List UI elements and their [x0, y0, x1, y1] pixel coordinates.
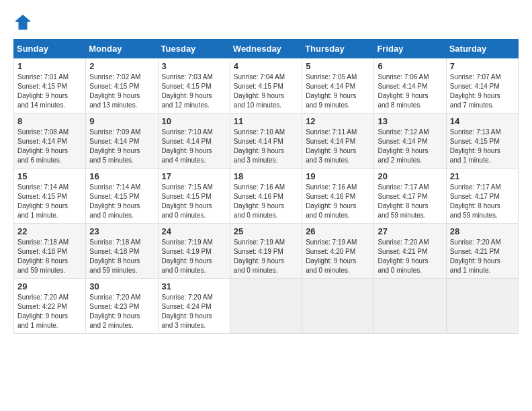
day-number: 10 [162, 116, 226, 126]
calendar-cell-20: 20Sunrise: 7:17 AM Sunset: 4:17 PM Dayli… [374, 169, 446, 224]
day-number: 4 [234, 61, 298, 71]
calendar-cell-23: 23Sunrise: 7:18 AM Sunset: 4:18 PM Dayli… [86, 224, 158, 279]
day-info: Sunrise: 7:01 AM Sunset: 4:15 PM Dayligh… [17, 73, 82, 110]
day-number: 11 [234, 116, 298, 126]
day-number: 22 [17, 226, 82, 236]
day-info: Sunrise: 7:10 AM Sunset: 4:14 PM Dayligh… [162, 128, 226, 165]
calendar-cell-15: 15Sunrise: 7:14 AM Sunset: 4:15 PM Dayli… [14, 169, 86, 224]
day-info: Sunrise: 7:06 AM Sunset: 4:14 PM Dayligh… [378, 73, 442, 110]
day-number: 15 [17, 171, 82, 181]
day-info: Sunrise: 7:12 AM Sunset: 4:14 PM Dayligh… [378, 128, 442, 165]
day-number: 23 [89, 226, 154, 236]
day-number: 19 [306, 171, 370, 181]
day-info: Sunrise: 7:02 AM Sunset: 4:15 PM Dayligh… [89, 73, 154, 110]
day-number: 17 [162, 171, 226, 181]
day-info: Sunrise: 7:08 AM Sunset: 4:14 PM Dayligh… [17, 128, 82, 165]
day-number: 20 [378, 171, 442, 181]
day-number: 16 [89, 171, 154, 181]
day-number: 29 [17, 281, 82, 291]
day-info: Sunrise: 7:14 AM Sunset: 4:15 PM Dayligh… [89, 183, 154, 220]
day-info: Sunrise: 7:20 AM Sunset: 4:21 PM Dayligh… [450, 238, 515, 275]
day-number: 6 [378, 61, 442, 71]
calendar-cell-22: 22Sunrise: 7:18 AM Sunset: 4:18 PM Dayli… [14, 224, 86, 279]
logo [13, 13, 35, 32]
day-info: Sunrise: 7:18 AM Sunset: 4:18 PM Dayligh… [89, 238, 154, 275]
day-info: Sunrise: 7:03 AM Sunset: 4:15 PM Dayligh… [162, 73, 226, 110]
day-info: Sunrise: 7:16 AM Sunset: 4:16 PM Dayligh… [234, 183, 298, 220]
calendar-cell-31: 31Sunrise: 7:20 AM Sunset: 4:24 PM Dayli… [158, 279, 230, 334]
column-header-saturday: Saturday [446, 40, 518, 58]
day-info: Sunrise: 7:20 AM Sunset: 4:24 PM Dayligh… [162, 293, 226, 330]
day-info: Sunrise: 7:17 AM Sunset: 4:17 PM Dayligh… [378, 183, 442, 220]
day-number: 2 [89, 61, 154, 71]
day-number: 8 [17, 116, 82, 126]
calendar-table: SundayMondayTuesdayWednesdayThursdayFrid… [13, 39, 519, 334]
day-info: Sunrise: 7:19 AM Sunset: 4:20 PM Dayligh… [306, 238, 370, 275]
calendar-cell-12: 12Sunrise: 7:11 AM Sunset: 4:14 PM Dayli… [302, 113, 374, 169]
day-info: Sunrise: 7:09 AM Sunset: 4:14 PM Dayligh… [89, 128, 154, 165]
calendar-cell-27: 27Sunrise: 7:20 AM Sunset: 4:21 PM Dayli… [374, 224, 446, 279]
column-header-friday: Friday [374, 40, 446, 58]
calendar-cell-30: 30Sunrise: 7:20 AM Sunset: 4:23 PM Dayli… [86, 279, 158, 334]
calendar-cell-24: 24Sunrise: 7:19 AM Sunset: 4:19 PM Dayli… [158, 224, 230, 279]
day-info: Sunrise: 7:04 AM Sunset: 4:15 PM Dayligh… [234, 73, 298, 110]
column-header-tuesday: Tuesday [158, 40, 230, 58]
calendar-cell-28: 28Sunrise: 7:20 AM Sunset: 4:21 PM Dayli… [446, 224, 518, 279]
calendar-cell-empty [302, 279, 374, 334]
day-info: Sunrise: 7:11 AM Sunset: 4:14 PM Dayligh… [306, 128, 370, 165]
day-info: Sunrise: 7:20 AM Sunset: 4:23 PM Dayligh… [89, 293, 154, 330]
day-number: 30 [89, 281, 154, 291]
day-number: 14 [450, 116, 515, 126]
calendar-cell-7: 7Sunrise: 7:07 AM Sunset: 4:14 PM Daylig… [446, 58, 518, 113]
day-number: 28 [450, 226, 515, 236]
calendar-week-4: 22Sunrise: 7:18 AM Sunset: 4:18 PM Dayli… [14, 224, 519, 279]
calendar-cell-18: 18Sunrise: 7:16 AM Sunset: 4:16 PM Dayli… [230, 169, 302, 224]
day-info: Sunrise: 7:19 AM Sunset: 4:19 PM Dayligh… [234, 238, 298, 275]
day-info: Sunrise: 7:15 AM Sunset: 4:15 PM Dayligh… [162, 183, 226, 220]
day-number: 9 [89, 116, 154, 126]
column-header-monday: Monday [86, 40, 158, 58]
calendar-header-row: SundayMondayTuesdayWednesdayThursdayFrid… [14, 40, 519, 58]
day-number: 24 [162, 226, 226, 236]
calendar-cell-empty [230, 279, 302, 334]
calendar-cell-13: 13Sunrise: 7:12 AM Sunset: 4:14 PM Dayli… [374, 113, 446, 169]
day-info: Sunrise: 7:05 AM Sunset: 4:14 PM Dayligh… [306, 73, 370, 110]
calendar-cell-4: 4Sunrise: 7:04 AM Sunset: 4:15 PM Daylig… [230, 58, 302, 113]
calendar-cell-9: 9Sunrise: 7:09 AM Sunset: 4:14 PM Daylig… [86, 113, 158, 169]
day-number: 18 [234, 171, 298, 181]
calendar-week-1: 1Sunrise: 7:01 AM Sunset: 4:15 PM Daylig… [14, 58, 519, 113]
day-number: 12 [306, 116, 370, 126]
calendar-cell-14: 14Sunrise: 7:13 AM Sunset: 4:15 PM Dayli… [446, 113, 518, 169]
calendar-cell-empty [374, 279, 446, 334]
calendar-week-2: 8Sunrise: 7:08 AM Sunset: 4:14 PM Daylig… [14, 113, 519, 169]
day-info: Sunrise: 7:14 AM Sunset: 4:15 PM Dayligh… [17, 183, 82, 220]
column-header-thursday: Thursday [302, 40, 374, 58]
calendar-cell-17: 17Sunrise: 7:15 AM Sunset: 4:15 PM Dayli… [158, 169, 230, 224]
day-number: 7 [450, 61, 515, 71]
day-info: Sunrise: 7:10 AM Sunset: 4:14 PM Dayligh… [234, 128, 298, 165]
day-info: Sunrise: 7:17 AM Sunset: 4:17 PM Dayligh… [450, 183, 515, 220]
day-info: Sunrise: 7:16 AM Sunset: 4:16 PM Dayligh… [306, 183, 370, 220]
calendar-cell-21: 21Sunrise: 7:17 AM Sunset: 4:17 PM Dayli… [446, 169, 518, 224]
calendar-week-3: 15Sunrise: 7:14 AM Sunset: 4:15 PM Dayli… [14, 169, 519, 224]
calendar-cell-16: 16Sunrise: 7:14 AM Sunset: 4:15 PM Dayli… [86, 169, 158, 224]
day-info: Sunrise: 7:13 AM Sunset: 4:15 PM Dayligh… [450, 128, 515, 165]
day-number: 27 [378, 226, 442, 236]
day-info: Sunrise: 7:19 AM Sunset: 4:19 PM Dayligh… [162, 238, 226, 275]
day-number: 3 [162, 61, 226, 71]
calendar-cell-11: 11Sunrise: 7:10 AM Sunset: 4:14 PM Dayli… [230, 113, 302, 169]
calendar-cell-2: 2Sunrise: 7:02 AM Sunset: 4:15 PM Daylig… [86, 58, 158, 113]
calendar-cell-3: 3Sunrise: 7:03 AM Sunset: 4:15 PM Daylig… [158, 58, 230, 113]
calendar-cell-19: 19Sunrise: 7:16 AM Sunset: 4:16 PM Dayli… [302, 169, 374, 224]
calendar-cell-25: 25Sunrise: 7:19 AM Sunset: 4:19 PM Dayli… [230, 224, 302, 279]
calendar-week-5: 29Sunrise: 7:20 AM Sunset: 4:22 PM Dayli… [14, 279, 519, 334]
calendar-cell-26: 26Sunrise: 7:19 AM Sunset: 4:20 PM Dayli… [302, 224, 374, 279]
day-info: Sunrise: 7:18 AM Sunset: 4:18 PM Dayligh… [17, 238, 82, 275]
day-number: 5 [306, 61, 370, 71]
calendar-cell-8: 8Sunrise: 7:08 AM Sunset: 4:14 PM Daylig… [14, 113, 86, 169]
day-number: 1 [17, 61, 82, 71]
column-header-wednesday: Wednesday [230, 40, 302, 58]
day-info: Sunrise: 7:20 AM Sunset: 4:22 PM Dayligh… [17, 293, 82, 330]
day-info: Sunrise: 7:07 AM Sunset: 4:14 PM Dayligh… [450, 73, 515, 110]
calendar-cell-empty [446, 279, 518, 334]
